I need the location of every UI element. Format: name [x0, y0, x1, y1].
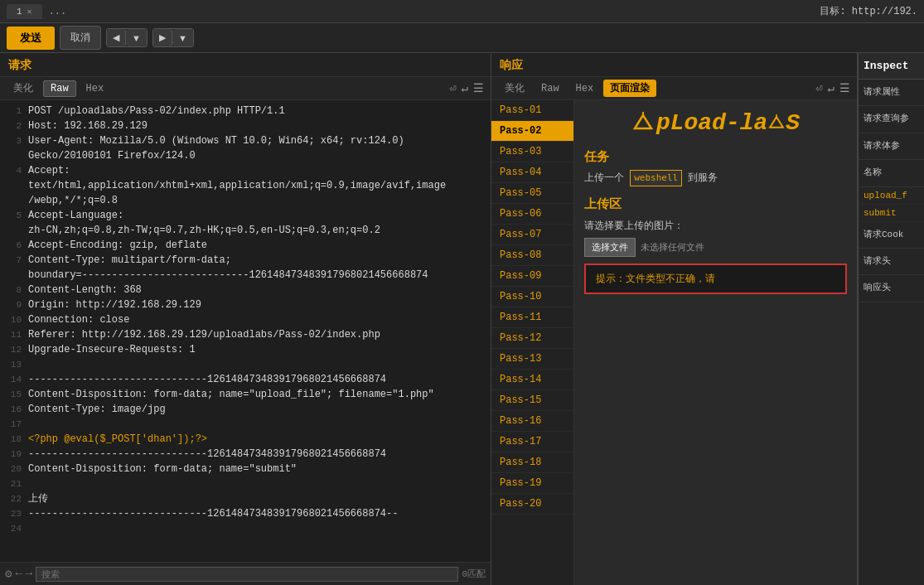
line-text: 上传: [28, 491, 487, 506]
inspect-item[interactable]: 请求Cook: [859, 222, 924, 249]
line-text: Accept-Language:: [28, 208, 487, 223]
pass-list-item[interactable]: Pass-01: [491, 100, 573, 121]
tab-beautify-req[interactable]: 美化: [7, 80, 40, 97]
line-text: [28, 476, 487, 491]
tab-raw-resp[interactable]: Raw: [535, 81, 566, 96]
line-number: 4: [3, 163, 22, 178]
line-text: boundary=----------------------------126…: [28, 268, 487, 283]
resp-wrap-icon[interactable]: ⏎: [815, 81, 822, 95]
request-line: 22上传: [0, 491, 491, 506]
nav-prev-group: ◀ ▼: [106, 28, 148, 47]
line-text: Referer: http://192.168.29.129/uploadlab…: [28, 327, 487, 342]
more-icon[interactable]: ☰: [473, 81, 484, 95]
line-number: 21: [3, 476, 22, 491]
line-number: 23: [3, 506, 22, 521]
inspect-item[interactable]: 请求体参: [859, 133, 924, 160]
request-line: 19------------------------------12614847…: [0, 447, 491, 462]
pass-list-item[interactable]: Pass-07: [491, 225, 573, 245]
line-text: Accept:: [28, 163, 487, 178]
logo-icon: [631, 112, 655, 135]
inspect-items-container: 请求属性请求查询参请求体参名称upload_fsubmit请求Cook请求头响应…: [859, 80, 924, 302]
tab-hex-req[interactable]: Hex: [80, 81, 111, 96]
pass-list-item[interactable]: Pass-15: [491, 390, 573, 411]
line-text: ------------------------------1261484734…: [28, 447, 487, 462]
inspect-item[interactable]: 请求查询参: [859, 106, 924, 133]
line-text: ------------------------------1261484734…: [28, 506, 487, 521]
line-text: ------------------------------1261484734…: [28, 372, 487, 387]
request-line: /webp,*/*;q=0.8: [0, 193, 491, 208]
request-line: zh-CN,zh;q=0.8,zh-TW;q=0.7,zh-HK;q=0.5,e…: [0, 223, 491, 238]
pass-list-item[interactable]: Pass-12: [491, 328, 573, 349]
request-panel: 请求 美化 Raw Hex ⏎ ↵ ☰ 1POST /uploadlabs/Pa…: [0, 53, 491, 585]
pass-list-item[interactable]: Pass-14: [491, 370, 573, 390]
request-line: 8Content-Length: 368: [0, 283, 491, 297]
pass-list-item[interactable]: Pass-20: [491, 494, 573, 515]
line-number: 13: [3, 357, 22, 372]
settings-icon[interactable]: ⚙: [5, 567, 12, 581]
tab-label: 1: [17, 7, 22, 17]
file-input-row: 选择文件 未选择任何文件: [584, 238, 847, 257]
response-rendered: Pass-01Pass-02Pass-03Pass-04Pass-05Pass-…: [491, 100, 857, 585]
back-icon[interactable]: ←: [15, 567, 22, 581]
tab-render-resp[interactable]: 页面渲染: [603, 80, 656, 97]
pass-list-item[interactable]: Pass-19: [491, 473, 573, 494]
request-line: 6Accept-Encoding: gzip, deflate: [0, 238, 491, 253]
line-text: Content-Type: image/jpg: [28, 402, 487, 417]
pass-list-item[interactable]: Pass-06: [491, 204, 573, 225]
nav-next-button[interactable]: ▶: [153, 29, 172, 46]
request-line: 12Upgrade-Insecure-Requests: 1: [0, 342, 491, 357]
line-text: Content-Disposition: form-data; name="up…: [28, 387, 487, 402]
nav-prev-down-button[interactable]: ▼: [126, 29, 147, 46]
forward-icon[interactable]: →: [26, 567, 32, 581]
target-label: 目标: http://192.: [820, 4, 917, 18]
line-number: [3, 268, 22, 283]
inspect-item[interactable]: 名称: [859, 160, 924, 186]
resp-more-icon[interactable]: ☰: [839, 81, 850, 95]
request-line: 16Content-Type: image/jpg: [0, 402, 491, 417]
match-count: 0匹配: [462, 568, 486, 580]
top-bar: 1 ✕ ... 目标: http://192.: [0, 0, 924, 23]
nav-next-down-button[interactable]: ▼: [172, 29, 193, 46]
inspect-item[interactable]: 响应头: [859, 275, 924, 302]
cancel-button[interactable]: 取消: [60, 26, 101, 50]
nav-prev-button[interactable]: ◀: [107, 29, 126, 46]
line-text: [28, 417, 487, 432]
inspect-item[interactable]: 请求属性: [859, 80, 924, 106]
tab-more[interactable]: ...: [49, 6, 67, 17]
pass-list-item[interactable]: Pass-04: [491, 162, 573, 183]
pass-list-item[interactable]: Pass-17: [491, 432, 573, 452]
request-line: 24: [0, 521, 491, 536]
send-button[interactable]: 发送: [7, 27, 55, 50]
request-line: 17: [0, 417, 491, 432]
pass-list-item[interactable]: Pass-08: [491, 245, 573, 266]
line-text: /webp,*/*;q=0.8: [28, 193, 487, 208]
pass-list-item[interactable]: Pass-02: [491, 121, 573, 142]
choose-file-button[interactable]: 选择文件: [584, 238, 636, 257]
pass-list-item[interactable]: Pass-13: [491, 349, 573, 370]
tab-close-icon[interactable]: ✕: [27, 7, 32, 17]
wrap-icon[interactable]: ⏎: [449, 81, 456, 95]
request-content[interactable]: 1POST /uploadlabs/Pass-02/index.php HTTP…: [0, 100, 491, 562]
request-title: 请求: [0, 53, 491, 77]
pass-list-item[interactable]: Pass-11: [491, 307, 573, 328]
request-line: 11Referer: http://192.168.29.129/uploadl…: [0, 327, 491, 342]
pass-list-item[interactable]: Pass-10: [491, 287, 573, 307]
task-desc-post: 到服务: [682, 172, 718, 184]
tab-1[interactable]: 1 ✕: [7, 4, 42, 19]
pass-list-item[interactable]: Pass-16: [491, 411, 573, 432]
pass-list-item[interactable]: Pass-18: [491, 452, 573, 473]
inspect-item[interactable]: 请求头: [859, 249, 924, 275]
request-line: 9Origin: http://192.168.29.129: [0, 297, 491, 312]
tab-raw-req[interactable]: Raw: [43, 80, 76, 97]
tab-beautify-resp[interactable]: 美化: [498, 80, 531, 97]
request-line: 23------------------------------12614847…: [0, 506, 491, 521]
resp-indent-icon[interactable]: ↵: [828, 81, 835, 95]
tab-hex-resp[interactable]: Hex: [569, 81, 601, 96]
search-input[interactable]: [36, 567, 458, 582]
pass-list-item[interactable]: Pass-05: [491, 183, 573, 204]
indent-icon[interactable]: ↵: [462, 81, 468, 95]
pass-list-item[interactable]: Pass-09: [491, 266, 573, 287]
pass-list-item[interactable]: Pass-03: [491, 142, 573, 162]
line-text: Connection: close: [28, 312, 487, 327]
line-text: zh-CN,zh;q=0.8,zh-TW;q=0.7,zh-HK;q=0.5,e…: [28, 223, 487, 238]
